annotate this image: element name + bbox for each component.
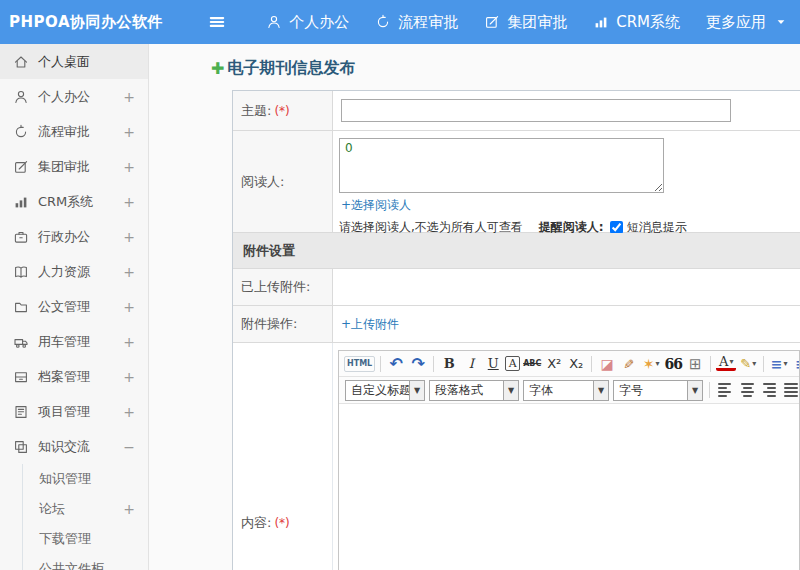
redo-button[interactable]: ↷ [408, 354, 428, 374]
align-justify-icon [784, 382, 798, 398]
sidebar-item-label: 个人桌面 [38, 53, 122, 71]
topbar-nav-personal-office[interactable]: 个人办公 [253, 0, 362, 44]
align-left-button[interactable] [715, 380, 735, 400]
italic-button[interactable]: I [461, 354, 481, 374]
expand-icon[interactable]: + [122, 334, 136, 350]
topbar-nav-workflow-approval[interactable]: 流程审批 [362, 0, 471, 44]
book-icon [13, 264, 29, 280]
sidebar-item-personal-office[interactable]: 个人办公+ [0, 79, 148, 114]
align-justify-button[interactable] [781, 380, 799, 400]
expand-icon[interactable]: + [122, 89, 136, 105]
topbar-nav-group-approval[interactable]: 集团审批 [471, 0, 580, 44]
sidebar-subitem-label: 下载管理 [39, 530, 122, 548]
menu-icon[interactable] [195, 0, 239, 44]
sidebar-item-project-management[interactable]: 项目管理+ [0, 394, 148, 429]
font-color-button[interactable]: A▾ [716, 356, 736, 371]
upload-attachment-link[interactable]: +上传附件 [341, 316, 399, 333]
sidebar-item-document-management[interactable]: 公文管理+ [0, 289, 148, 324]
workflow-icon [13, 124, 29, 140]
font-family-select[interactable]: 字体▼ [523, 380, 609, 401]
readers-textarea[interactable]: 0 [339, 138, 664, 193]
content-row: 内容: (*) HTML↶↷BIUAABCX²X₂◪✎✶▾66⊞A▾✎▾≡▾≡ … [233, 343, 800, 570]
html-source-button[interactable]: HTML [344, 356, 375, 372]
user-icon [13, 89, 29, 105]
topbar-nav-more-apps[interactable]: 更多应用 [693, 0, 800, 44]
align-right-button[interactable] [759, 380, 779, 400]
app-title: PHPOA协同办公软件 [0, 13, 195, 32]
custom-title-select[interactable]: 自定义标题▼ [345, 380, 425, 401]
select-readers-link[interactable]: +选择阅读人 [341, 197, 411, 214]
sidebar-item-archive-management[interactable]: 档案管理+ [0, 359, 148, 394]
copy-icon [13, 439, 29, 455]
topbar-nav-crm-system[interactable]: CRM系统 [580, 0, 693, 44]
sidebar-item-admin-office[interactable]: 行政办公+ [0, 219, 148, 254]
add-icon: ✚ [211, 61, 224, 77]
expand-icon[interactable]: + [122, 264, 136, 280]
undo-button[interactable]: ↶ [386, 354, 406, 374]
sidebar-subitem-forum[interactable]: 论坛+ [23, 494, 148, 524]
font-border-button[interactable]: A [505, 356, 520, 371]
sidebar-item-vehicle-management[interactable]: 用车管理+ [0, 324, 148, 359]
sidebar-item-group-approval[interactable]: 集团审批+ [0, 149, 148, 184]
sidebar-item-label: 人力资源 [38, 263, 122, 281]
sidebar-item-crm-system[interactable]: CRM系统+ [0, 184, 148, 219]
toolbar-separator [433, 356, 434, 372]
blockquote-button[interactable]: 66 [663, 354, 683, 374]
ordered-list-button[interactable]: ≡▾ [769, 354, 789, 374]
paste-filter-button[interactable]: ⊞ [685, 354, 705, 374]
expand-icon[interactable]: + [122, 404, 136, 420]
sidebar-item-workflow-approval[interactable]: 流程审批+ [0, 114, 148, 149]
home-icon [13, 54, 29, 70]
align-center-button[interactable] [737, 380, 757, 400]
readers-row: 阅读人: 0 +选择阅读人 请选择阅读人,不选为所有人可查看 提醒阅读人: 短消… [233, 131, 800, 233]
sidebar-subitem-public-file-cabinet[interactable]: 公共文件柜 [23, 554, 148, 570]
toolbar-separator [591, 356, 592, 372]
caret-down-icon[interactable]: ▼ [503, 381, 518, 400]
eraser-button[interactable]: ◪ [597, 354, 617, 374]
sidebar-item-personal-desktop[interactable]: 个人桌面 [0, 44, 148, 79]
editor-content-area[interactable] [339, 404, 799, 570]
format-brush-button[interactable]: ✎ [619, 354, 639, 374]
superscript-button[interactable]: X² [544, 354, 564, 374]
sidebar-item-knowledge-exchange[interactable]: 知识交流− [0, 429, 148, 464]
paragraph-format-select[interactable]: 段落格式▼ [429, 380, 519, 401]
nav-label: 流程审批 [398, 13, 458, 32]
underline-button[interactable]: U [483, 354, 503, 374]
select-label: 自定义标题 [346, 382, 409, 399]
nav-label: CRM系统 [616, 13, 680, 32]
expand-icon[interactable]: + [122, 124, 136, 140]
approval-icon [13, 159, 29, 175]
caret-down-icon: ▾ [784, 359, 788, 368]
readers-label: 阅读人: [241, 173, 284, 191]
expand-icon[interactable]: + [122, 194, 136, 210]
align-center-icon [740, 382, 754, 398]
expand-icon[interactable]: + [122, 159, 136, 175]
uploaded-attachments-label: 已上传附件: [241, 278, 310, 296]
subscript-button[interactable]: X₂ [566, 354, 586, 374]
caret-down-icon[interactable]: ▼ [593, 381, 608, 400]
sidebar-item-label: 集团审批 [38, 158, 122, 176]
autotypeset-button[interactable]: ✶▾ [641, 354, 661, 374]
expand-icon[interactable]: + [122, 229, 136, 245]
chart-icon [13, 194, 29, 210]
caret-down-icon[interactable]: ▼ [409, 381, 424, 400]
subject-input[interactable] [341, 99, 731, 122]
attachment-section-header: 附件设置 [233, 233, 800, 269]
collapse-icon[interactable]: − [122, 439, 136, 455]
expand-icon[interactable]: + [122, 369, 136, 385]
bold-button[interactable]: B [439, 354, 459, 374]
unordered-list-button[interactable]: ≡ [791, 354, 799, 374]
rich-text-editor: HTML↶↷BIUAABCX²X₂◪✎✶▾66⊞A▾✎▾≡▾≡ 自定义标题▼段落… [338, 350, 800, 570]
toolbar-separator [709, 382, 710, 398]
expand-icon[interactable]: + [122, 501, 136, 517]
expand-icon[interactable]: + [122, 299, 136, 315]
highlight-button[interactable]: ✎▾ [738, 354, 758, 374]
sidebar-item-human-resources[interactable]: 人力资源+ [0, 254, 148, 289]
caret-down-icon[interactable]: ▼ [687, 381, 702, 400]
main-content: ✚ 电子期刊信息发布 主题: (*) 阅读人: 0 +选择阅读人 请选择阅读人,… [149, 44, 800, 570]
sidebar-subitem-knowledge-management[interactable]: 知识管理 [23, 464, 148, 494]
font-size-select[interactable]: 字号▼ [613, 380, 703, 401]
sidebar-subitem-download-management[interactable]: 下载管理 [23, 524, 148, 554]
sidebar-subitem-label: 知识管理 [39, 470, 122, 488]
strikethrough-button[interactable]: ABC [522, 354, 542, 374]
